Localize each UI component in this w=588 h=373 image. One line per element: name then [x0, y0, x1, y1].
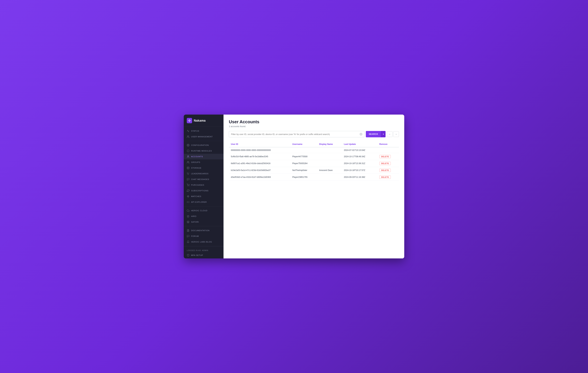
table-row: b10e2a53-5a1d-47c1-823d-61b33d92ba37NotT… — [229, 167, 399, 174]
search-input[interactable] — [231, 133, 360, 135]
sidebar-item-storage[interactable]: STORAGE — [184, 165, 223, 171]
sidebar-item-leaderboards[interactable]: LEADERBOARDS — [184, 171, 223, 176]
sidebar-section-3: HEROIC CLOUD HIRO SATORI — [184, 206, 223, 226]
delete-button[interactable]: DELETE — [379, 176, 391, 179]
message-circle-icon — [187, 235, 189, 238]
sidebar-item-groups[interactable]: GROUPS — [184, 159, 223, 165]
zap-icon — [187, 195, 189, 198]
bell-icon — [187, 241, 189, 243]
table-row: d3a353d2-e7aa-432d-81d7-b609a12d0383Play… — [229, 174, 399, 181]
cell-username: Player75935264 — [290, 160, 317, 167]
cell-username: Player44775500 — [290, 153, 317, 160]
table-body: 00000000-0000-0000-0000-0000000000002024… — [229, 147, 399, 181]
sidebar: Nakama STATUS USER MANAGEMENT — [184, 115, 223, 258]
svg-point-2 — [188, 145, 189, 145]
cell-username: NotTheImp0ster — [290, 167, 317, 174]
app-container: Nakama STATUS USER MANAGEMENT — [184, 115, 404, 258]
page-title: User Accounts — [229, 119, 399, 124]
sidebar-item-forum[interactable]: FORUM — [184, 233, 223, 239]
cell-user-id: 00000000-0000-0000-0000-000000000000 — [229, 147, 290, 153]
box-icon — [187, 150, 189, 152]
sidebar-item-satori[interactable]: SATORI — [184, 219, 223, 225]
cell-display-name — [317, 153, 342, 160]
cell-remove: DELETE — [377, 174, 399, 181]
sidebar-item-api-explorer[interactable]: API EXPLORER — [184, 199, 223, 205]
delete-button[interactable]: DELETE — [379, 162, 391, 165]
sidebar-item-subscriptions[interactable]: SUBSCRIPTIONS — [184, 188, 223, 194]
svg-marker-11 — [187, 221, 189, 222]
search-gear-button[interactable] — [360, 133, 362, 135]
sidebar-item-hiro[interactable]: HIRO — [184, 213, 223, 219]
search-btn-group: SEARCH ▾ — [366, 131, 386, 137]
cell-remove: DELETE — [377, 167, 399, 174]
pagination-controls: ← → — [387, 131, 399, 137]
delete-button[interactable]: DELETE — [379, 169, 391, 172]
cell-last-update: 2024-07-01T13:13:04Z — [342, 147, 377, 153]
logged-in-label: LOGGED IN AS: ADMIN — [184, 248, 223, 252]
cell-last-update: 2024-10-18T10:17:57Z — [342, 167, 377, 174]
cloud-icon — [187, 209, 189, 212]
database-icon — [187, 167, 189, 169]
settings-icon — [187, 144, 189, 146]
col-last-update: Last Update — [342, 141, 377, 147]
logo-icon — [187, 118, 192, 123]
sidebar-item-logout[interactable]: LOGOUT — [184, 258, 223, 258]
users2-icon — [187, 161, 189, 164]
activity-icon — [187, 130, 189, 132]
search-dropdown-button[interactable]: ▾ — [381, 131, 386, 137]
table-header-row: User ID Username Display Name Last Updat… — [229, 141, 399, 147]
star-icon — [187, 215, 189, 218]
cell-display-name — [317, 160, 342, 167]
svg-point-3 — [188, 155, 189, 156]
svg-point-4 — [187, 161, 188, 162]
sidebar-item-status[interactable]: STATUS — [184, 128, 223, 134]
search-input-wrap — [229, 131, 365, 137]
sidebar-item-user-management[interactable]: USER MANAGEMENT — [184, 134, 223, 140]
content-inner: User Accounts 1 accounts found. SEARCH ▾ — [223, 115, 404, 258]
sidebar-item-mfa-setup[interactable]: MFA SETUP — [184, 252, 223, 258]
sidebar-item-chat-messages[interactable]: CHAT MESSAGES — [184, 176, 223, 182]
table-row: 00000000-0000-0000-0000-0000000000002024… — [229, 147, 399, 153]
sidebar-item-matches[interactable]: MATCHES — [184, 194, 223, 199]
search-bar: SEARCH ▾ ← → — [229, 131, 399, 137]
col-display-name: Display Name — [317, 141, 342, 147]
svg-marker-10 — [187, 215, 189, 217]
cell-display-name — [317, 174, 342, 181]
cell-display-name: Innocent Dave — [317, 167, 342, 174]
sidebar-logo: Nakama — [184, 115, 223, 127]
pagination-prev-button[interactable]: ← — [387, 131, 393, 137]
sidebar-section-1: STATUS USER MANAGEMENT — [184, 127, 223, 141]
accounts-found: 1 accounts found. — [229, 125, 399, 128]
layers-icon — [187, 221, 189, 223]
file-text-icon — [187, 229, 189, 232]
user-icon — [187, 155, 189, 158]
sidebar-item-heroic-labs-blog[interactable]: HEROIC LABS BLOG — [184, 239, 223, 245]
table-row: 5cf6cf16-f5a6-4885-ae76-5e18d0ecf245Play… — [229, 153, 399, 160]
trophy-icon — [187, 172, 189, 175]
col-user-id: User ID — [229, 141, 290, 147]
sidebar-item-purchases[interactable]: PURCHASES — [184, 182, 223, 188]
svg-point-1 — [187, 136, 188, 136]
refresh-icon — [187, 189, 189, 192]
cell-remove — [377, 147, 399, 153]
sidebar-item-documentation[interactable]: DOCUMENTATION — [184, 228, 223, 233]
sidebar-item-accounts[interactable]: ACCOUNTS — [184, 154, 223, 159]
table-row: 6d007ca1-a391-46e2-810d-cbdcd2563416Play… — [229, 160, 399, 167]
sidebar-bottom: LOGGED IN AS: ADMIN MFA SETUP LOGOUT — [184, 246, 223, 258]
sidebar-item-heroic-cloud[interactable]: HEROIC CLOUD — [184, 208, 223, 213]
cell-username — [290, 147, 317, 153]
search-button[interactable]: SEARCH — [366, 131, 381, 137]
code-icon — [187, 201, 189, 203]
main-content: User Accounts 1 accounts found. SEARCH ▾ — [223, 115, 404, 258]
svg-point-5 — [187, 167, 189, 167]
cell-last-update: 2024-09-03T11:16:38Z — [342, 174, 377, 181]
cell-user-id: d3a353d2-e7aa-432d-81d7-b609a12d0383 — [229, 174, 290, 181]
sidebar-item-configuration[interactable]: CONFIGURATION — [184, 142, 223, 148]
delete-button[interactable]: DELETE — [379, 155, 391, 158]
pagination-next-button[interactable]: → — [393, 131, 399, 137]
col-remove: Remove — [377, 141, 399, 147]
sidebar-item-runtime-modules[interactable]: RUNTIME MODULES — [184, 148, 223, 154]
cell-last-update: 2024-10-17T08:49:34Z — [342, 153, 377, 160]
cell-last-update: 2024-10-18T13:36:31Z — [342, 160, 377, 167]
cell-user-id: 5cf6cf16-f5a6-4885-ae76-5e18d0ecf245 — [229, 153, 290, 160]
